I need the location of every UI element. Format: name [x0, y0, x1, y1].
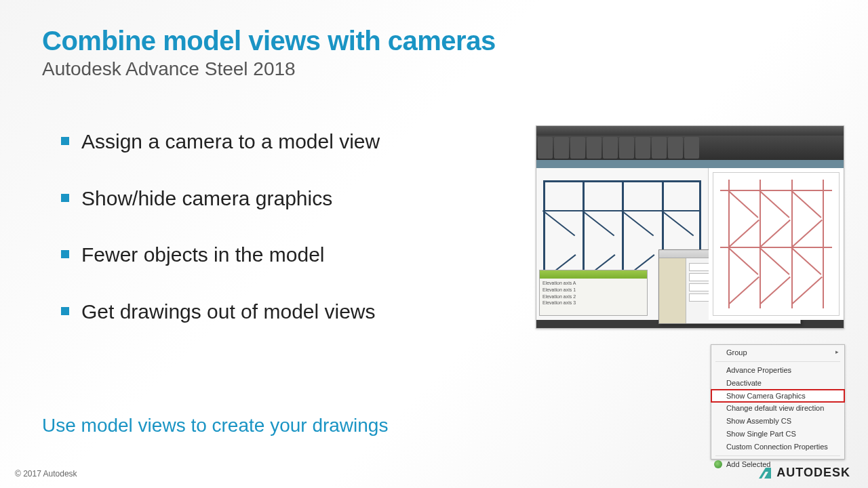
panel-list: Elevation axis A Elevation axis 1 Elevat…: [540, 279, 647, 308]
ribbon-button: [587, 137, 601, 159]
app-titlebar: [536, 126, 844, 136]
ribbon-button: [684, 137, 699, 159]
ribbon-button: [619, 137, 634, 159]
menu-item[interactable]: Advance Properties: [711, 364, 844, 377]
bullet-marker-icon: [61, 250, 69, 258]
model-views-panel: Elevation axis A Elevation axis 1 Elevat…: [539, 270, 648, 316]
panel-list-item: Elevation axis A: [542, 280, 644, 287]
ribbon-button: [554, 137, 569, 159]
ribbon-button: [570, 137, 585, 159]
copyright-text: © 2017 Autodesk: [15, 469, 77, 479]
menu-item[interactable]: Show Single Part CS: [711, 428, 844, 441]
slide-subtitle: Autodesk Advance Steel 2018: [42, 58, 296, 80]
panel-list-item: Elevation axis 3: [542, 300, 644, 306]
panel-list-item: Elevation axis 2: [542, 293, 644, 300]
bullet-text: Get drawings out of model views: [81, 299, 376, 325]
bullet-marker-icon: [61, 307, 69, 315]
bullet-list: Assign a camera to a model view Show/hid…: [61, 129, 509, 355]
bullet-marker-icon: [61, 194, 69, 202]
menu-separator: [715, 455, 840, 456]
footer-callout: Use model views to create your drawings: [42, 415, 388, 436]
bullet-item: Assign a camera to a model view: [61, 129, 509, 155]
app-body: Elevation axis A Elevation axis 1 Elevat…: [536, 168, 844, 320]
menu-item[interactable]: Group: [711, 346, 844, 359]
bullet-item: Get drawings out of model views: [61, 299, 509, 325]
panel-header: [540, 270, 647, 279]
app-screenshot: Elevation axis A Elevation axis 1 Elevat…: [536, 125, 844, 329]
bullet-text: Show/hide camera graphics: [81, 186, 332, 211]
menu-item[interactable]: Add Selected: [711, 458, 844, 471]
menu-item[interactable]: Custom Connection Properties: [711, 441, 844, 453]
context-menu: GroupAdvance PropertiesDeactivateShow Ca…: [711, 346, 844, 471]
bullet-item: Show/hide camera graphics: [61, 186, 509, 211]
ribbon-button: [635, 137, 650, 159]
menu-item[interactable]: Deactivate: [711, 377, 844, 390]
app-tabbar: [536, 160, 844, 168]
drawing-frame: [713, 172, 840, 316]
slide-title: Combine model views with cameras: [42, 26, 496, 56]
bullet-text: Fewer objects in the model: [81, 242, 325, 268]
context-menu-screenshot: GroupAdvance PropertiesDeactivateShow Ca…: [711, 344, 845, 460]
model-viewport: Elevation axis A Elevation axis 1 Elevat…: [536, 168, 709, 320]
menu-separator: [715, 361, 840, 362]
drawing-viewport: [709, 168, 844, 320]
bullet-text: Assign a camera to a model view: [81, 129, 380, 155]
menu-item[interactable]: Show Assembly CS: [711, 415, 844, 428]
ribbon-button: [652, 137, 667, 159]
menu-item[interactable]: Change default view direction: [711, 402, 844, 415]
ribbon-button: [603, 137, 618, 159]
ribbon-button: [538, 137, 553, 159]
slide: Combine model views with cameras Autodes…: [0, 0, 868, 488]
bullet-marker-icon: [61, 137, 69, 145]
dialog-sidebar: [659, 258, 686, 323]
menu-item[interactable]: Show Camera Graphics: [711, 390, 844, 403]
panel-list-item: Elevation axis 1: [542, 287, 644, 293]
app-ribbon: [536, 136, 844, 160]
ribbon-button: [668, 137, 683, 159]
bullet-item: Fewer objects in the model: [61, 242, 509, 268]
